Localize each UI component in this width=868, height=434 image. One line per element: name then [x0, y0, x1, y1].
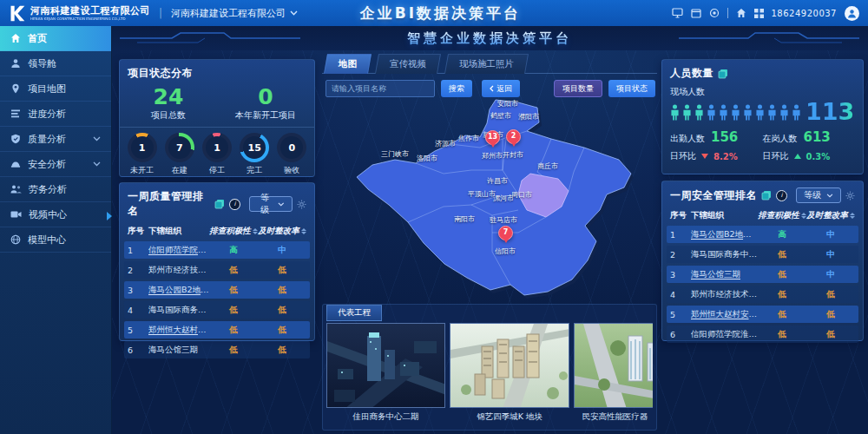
tab-map[interactable]: 地图: [324, 54, 372, 74]
rectify-badge: 低: [806, 309, 855, 320]
project-card[interactable]: 锦艺四季城K 地块: [450, 323, 569, 426]
project-search-input[interactable]: [326, 80, 435, 97]
tab-promo-video[interactable]: 宣传视频: [375, 54, 441, 74]
table-row[interactable]: 2郑州市经济技术开发区青...低低: [124, 261, 310, 279]
tab-label: 宣传视频: [390, 58, 426, 70]
org-selector-label: 河南科建建设工程有限公司: [171, 7, 286, 20]
project-card[interactable]: 佳田商务中心二期: [326, 323, 445, 426]
row-index: 4: [670, 290, 691, 299]
sidebar-item-project-map[interactable]: 项目地图: [0, 76, 111, 102]
project-photo-medical-park: [574, 323, 653, 408]
table-row[interactable]: 4海马国际商务中心A1地...低低: [124, 301, 310, 319]
video-camera-icon: [10, 210, 22, 219]
personnel-panel: 人员数量 现场人数 113 出勤人数 156 在岗人数 613: [661, 59, 864, 174]
sidebar-item-label: 质量分析: [28, 133, 66, 146]
donut-label: 停工: [200, 165, 234, 176]
row-index: 1: [670, 230, 691, 240]
donut-label: 在建: [162, 165, 197, 176]
tab-site-photos[interactable]: 现场施工照片: [444, 54, 529, 74]
apps-grid-icon[interactable]: [754, 9, 764, 18]
table-row[interactable]: 2海马国际商务中心A1地...低中: [667, 246, 858, 263]
inspection-badge: 低: [758, 269, 806, 280]
person-icon: [670, 102, 680, 122]
info-icon[interactable]: i: [776, 190, 787, 201]
safety-table-body: 1海马公园B2地块二期高中2海马国际商务中心A1地...低中3海马公馆三期低中4…: [662, 226, 863, 343]
sidebar-item-home[interactable]: 首页: [0, 26, 111, 51]
sidebar-item-video-center[interactable]: 视频中心: [0, 202, 111, 227]
map-marker-pin[interactable]: 13: [485, 130, 500, 145]
home-icon[interactable]: [736, 8, 746, 18]
fullscreen-icon[interactable]: [691, 9, 701, 18]
project-photo-night-cbd: [326, 323, 445, 408]
attendance-stat: 出勤人数 156: [670, 129, 763, 145]
henan-province-map[interactable]: 安阳市鹤壁市濮阳市新乡市焦作市济源市三门峡市洛阳市郑州市开封市商丘市许昌市平顶山…: [322, 99, 657, 304]
sidebar-item-safety-analysis[interactable]: 安全分析: [0, 152, 111, 177]
table-row[interactable]: 1信阳师范学院淮河校区二...高中: [124, 241, 310, 259]
rectify-badge: 中: [806, 269, 855, 280]
sort-icon[interactable]: [850, 213, 855, 219]
search-button[interactable]: 搜索: [441, 80, 472, 97]
sidebar-item-leader-cockpit[interactable]: 领导舱: [0, 51, 111, 76]
table-row[interactable]: 1海马公园B2地块二期高中: [667, 226, 858, 243]
tab-representative-projects[interactable]: 代表工程: [326, 305, 382, 321]
rectify-badge: 低: [258, 265, 306, 276]
sort-icon[interactable]: [301, 228, 306, 234]
project-status-button[interactable]: 项目状态: [608, 80, 655, 97]
sidebar-collapse-handle[interactable]: [107, 212, 112, 220]
main-content: 项目状态分布 24 项目总数 0 本年新开工项目 1未开工7在建1停工15完工0…: [111, 50, 868, 434]
dod-label: 日环比: [670, 150, 696, 162]
project-card-list: 佳田商务中心二期: [326, 323, 653, 426]
sort-icon[interactable]: [253, 228, 258, 234]
row-index: 1: [128, 246, 148, 255]
org-selector[interactable]: 河南科建建设工程有限公司: [171, 7, 298, 20]
back-button[interactable]: 返回: [482, 80, 520, 97]
row-organization: 海马公园B2地块二期: [691, 229, 758, 240]
level-filter-dropdown[interactable]: 等级: [249, 196, 293, 212]
settings-gear-icon[interactable]: [845, 191, 855, 201]
project-count-button[interactable]: 项目数量: [554, 80, 602, 97]
sidebar-item-quality-analysis[interactable]: 质量分析: [0, 127, 111, 152]
status-donut: 1未开工: [125, 133, 160, 176]
inspection-badge: 低: [209, 285, 258, 296]
map-marker-pin[interactable]: 7: [498, 226, 513, 240]
inspection-badge: 低: [758, 289, 806, 300]
map-marker-pin[interactable]: 2: [506, 129, 521, 144]
table-row[interactable]: 3海马公园B2地块二期低低: [124, 281, 310, 299]
settings-gear-icon[interactable]: [297, 200, 306, 209]
dod-up-value: 0.3%: [806, 152, 831, 161]
sort-icon[interactable]: [801, 213, 806, 219]
total-projects-label: 项目总数: [120, 109, 217, 122]
table-row[interactable]: 4郑州市经济技术开发区青...低低: [667, 286, 858, 303]
map-controls: 搜索 返回 项目数量 项目状态: [326, 80, 655, 97]
person-icon: [743, 102, 753, 122]
row-organization: 海马国际商务中心A1地...: [691, 249, 758, 260]
inspection-badge: 低: [209, 265, 258, 276]
project-card[interactable]: 民安高性能医疗器: [574, 323, 653, 426]
donut-value: 0: [289, 142, 296, 154]
row-index: 2: [670, 250, 691, 260]
level-filter-dropdown[interactable]: 等级: [796, 187, 841, 203]
table-row[interactable]: 6信阳师范学院淮河校区二...低低: [667, 326, 858, 343]
sidebar-item-model-center[interactable]: 模型中心: [0, 227, 111, 253]
table-row[interactable]: 5郑州恒大赵村安置区A-0...低低: [667, 306, 858, 323]
col-index: 序号: [670, 210, 691, 221]
sidebar-item-progress-analysis[interactable]: 进度分析: [0, 102, 111, 127]
table-row[interactable]: 5郑州恒大赵村安置区A-0...低低: [124, 321, 310, 339]
helmet-icon: [10, 159, 21, 169]
monitor-icon[interactable]: [672, 8, 683, 18]
info-icon[interactable]: i: [229, 199, 240, 210]
workers-icon: [10, 184, 22, 194]
col-inspection: 排查积极性: [209, 226, 251, 237]
table-row[interactable]: 6海马公馆三期低低: [124, 341, 310, 358]
page-banner: 智慧企业数据决策平台: [111, 26, 868, 50]
leader-icon: [10, 58, 21, 69]
sidebar-item-labor-analysis[interactable]: 劳务分析: [0, 177, 111, 202]
person-icon: [731, 102, 740, 122]
record-icon[interactable]: [709, 8, 720, 18]
banner-title: 智慧企业数据决策平台: [407, 30, 572, 47]
table-row[interactable]: 3海马公馆三期低中: [667, 266, 858, 283]
company-logo: 河南科建建设工程有限公司 HENAN KEJIAN CONSTRUCTION E…: [9, 4, 150, 22]
donut-label: 完工: [237, 165, 272, 176]
avatar[interactable]: [845, 6, 859, 21]
row-organization: 海马公馆三期: [148, 345, 209, 356]
